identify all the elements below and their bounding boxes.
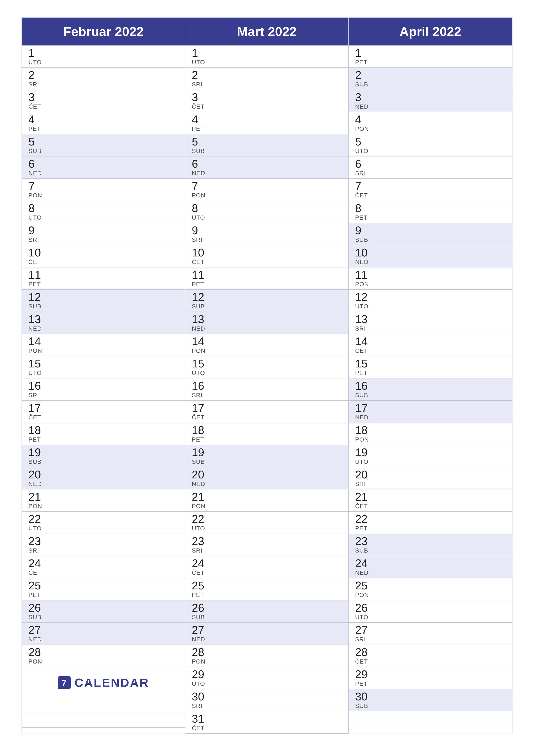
day-name: NED: [28, 170, 181, 177]
day-number: 2: [28, 69, 181, 81]
day-name: SRI: [28, 392, 181, 399]
day-cell: 21 ČET: [349, 489, 512, 512]
day-name: NED: [28, 636, 181, 643]
day-name: UTO: [28, 369, 181, 376]
day-name: UTO: [192, 680, 344, 687]
day-cell: 23 SRI: [185, 534, 348, 556]
day-cell: 22 PET: [349, 512, 512, 534]
day-name: ČET: [355, 658, 508, 665]
day-name: PET: [355, 369, 508, 376]
day-number: 25: [355, 580, 508, 591]
day-number: 8: [192, 202, 344, 214]
day-cell: 5 SUB: [185, 134, 348, 156]
day-name: PET: [28, 592, 181, 599]
day-number: 31: [192, 713, 344, 724]
day-cell: 20 NED: [22, 467, 185, 489]
day-number: 26: [28, 602, 181, 613]
day-number: 21: [355, 491, 508, 502]
day-number: 25: [28, 580, 181, 591]
day-cell: 2 SRI: [22, 68, 185, 90]
day-number: 16: [355, 380, 508, 392]
day-number: 2: [192, 69, 344, 81]
day-cell: 28 PON: [185, 645, 348, 667]
month-col-1: 1 UTO 2 SRI 3 ČET 4 PET 5 SUB 6 NED 7 PO…: [185, 45, 349, 734]
day-number: 1: [192, 47, 344, 58]
day-cell: 2 SRI: [185, 68, 348, 90]
day-name: UTO: [192, 214, 344, 221]
day-number: 18: [28, 424, 181, 436]
day-name: UTO: [28, 525, 181, 532]
day-name: ČET: [192, 414, 344, 421]
day-name: SUB: [28, 303, 181, 310]
day-number: 12: [355, 291, 508, 303]
day-cell: 21 PON: [185, 489, 348, 512]
day-cell: 6 NED: [185, 156, 348, 179]
logo-cell: 7 CALENDAR: [22, 667, 185, 698]
day-cell: 10 NED: [349, 245, 512, 267]
day-name: PET: [355, 525, 508, 532]
day-name: SUB: [28, 458, 181, 465]
day-cell: 4 PON: [349, 112, 512, 134]
day-name: SUB: [192, 458, 344, 465]
day-number: 4: [28, 114, 181, 125]
day-number: 22: [28, 513, 181, 525]
day-name: UTO: [355, 458, 508, 465]
day-name: PON: [192, 658, 344, 665]
day-name: ČET: [355, 347, 508, 354]
day-number: 25: [192, 580, 344, 591]
day-number: 1: [355, 47, 508, 58]
day-name: PON: [355, 125, 508, 132]
day-number: 6: [28, 158, 181, 169]
day-number: 5: [28, 136, 181, 147]
day-cell: 25 PET: [22, 578, 185, 600]
day-name: ČET: [28, 414, 181, 421]
day-name: PON: [28, 347, 181, 354]
day-cell: 26 UTO: [349, 600, 512, 623]
day-cell: 30 SUB: [349, 689, 512, 712]
day-name: SUB: [355, 703, 508, 710]
day-name: SUB: [192, 614, 344, 621]
month-header-mar: Mart 2022: [185, 18, 349, 45]
day-cell: 3 ČET: [22, 90, 185, 112]
day-number: 28: [355, 647, 508, 658]
day-name: SRI: [192, 392, 344, 399]
day-name: SRI: [355, 636, 508, 643]
day-name: PET: [192, 592, 344, 599]
day-cell: 19 UTO: [349, 445, 512, 467]
day-name: PON: [192, 503, 344, 510]
day-cell: 7 PON: [22, 179, 185, 201]
day-cell: 1 UTO: [22, 45, 185, 68]
day-cell: 23 SUB: [349, 534, 512, 556]
day-name: SRI: [192, 81, 344, 88]
day-number: 19: [192, 447, 344, 458]
day-name: NED: [28, 481, 181, 487]
month-col-2: 1 PET 2 SUB 3 NED 4 PON 5 UTO 6 SRI 7 ČE…: [349, 45, 512, 734]
day-name: PON: [28, 192, 181, 199]
day-cell: 24 ČET: [22, 556, 185, 578]
day-cell-empty: [22, 698, 185, 713]
day-name: PON: [192, 347, 344, 354]
day-name: ČET: [355, 192, 508, 199]
day-cell: 20 NED: [185, 467, 348, 489]
day-cell: 18 PET: [185, 423, 348, 445]
day-name: PET: [28, 281, 181, 288]
day-cell: 25 PON: [349, 578, 512, 600]
day-name: PON: [28, 658, 181, 665]
day-number: 20: [355, 469, 508, 480]
day-number: 17: [192, 402, 344, 414]
day-cell: 10 ČET: [185, 245, 348, 267]
day-cell: 9 SRI: [185, 223, 348, 245]
day-cell: 20 SRI: [349, 467, 512, 489]
day-name: SUB: [355, 547, 508, 554]
day-number: 17: [355, 402, 508, 414]
day-number: 18: [355, 424, 508, 436]
day-name: PON: [355, 592, 508, 599]
day-name: NED: [355, 414, 508, 421]
day-number: 20: [28, 469, 181, 480]
day-cell: 12 SUB: [22, 290, 185, 312]
day-number: 4: [355, 114, 508, 125]
day-number: 22: [355, 513, 508, 525]
day-number: 23: [28, 535, 181, 547]
calendar: Februar 2022 Mart 2022 April 2022 1 UTO …: [21, 17, 513, 734]
day-name: NED: [192, 325, 344, 332]
